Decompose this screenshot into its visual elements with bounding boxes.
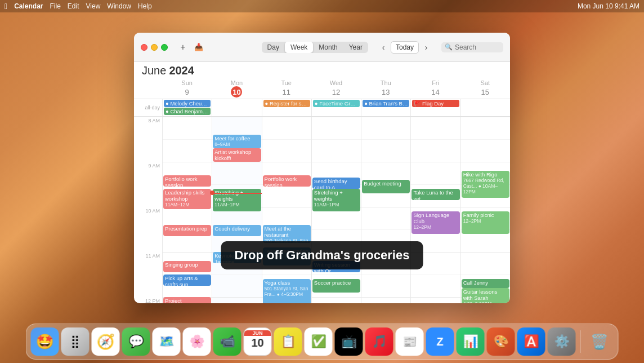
event-title: Meet for coffee (214, 135, 259, 141)
traffic-lights (141, 44, 168, 51)
time-label-column: 8 AM9 AM10 AM11 AM12 PM1 PM2 PM3 PM4 PM5… (134, 117, 162, 303)
calendar-event[interactable]: Call Jenny● (462, 279, 509, 288)
day-col-thu: Budget meeting (361, 117, 410, 303)
allday-event-melody[interactable]: ● Melody Cheung's Birt... (164, 100, 211, 107)
dock-music[interactable]: 🎵 (365, 327, 393, 356)
view-day-button[interactable]: Day (262, 42, 285, 53)
hour-line (163, 139, 212, 140)
allday-event-facetime[interactable]: ● FaceTime Grandma (313, 100, 360, 107)
hour-line (411, 117, 460, 117)
event-title: Couch delivery (214, 225, 259, 232)
dock-numbers[interactable]: 📊 (457, 327, 485, 356)
dock-news[interactable]: 📰 (396, 327, 424, 356)
month-name: June (142, 64, 166, 77)
allday-event-samba[interactable]: ● Register for samba class (263, 100, 310, 107)
calendar-event[interactable]: Singing group (163, 261, 211, 272)
dock-keynote[interactable]: 🎨 (487, 327, 515, 356)
search-icon: 🔍 (445, 43, 453, 51)
event-title: Stretching + weights (214, 189, 259, 202)
hour-line (212, 275, 261, 275)
calendar-event[interactable]: Guitar lessons with Sarah4:30–5:30PM (462, 288, 509, 303)
view-year-button[interactable]: Year (343, 42, 368, 53)
dock-tv[interactable]: 📺 (335, 327, 363, 356)
hour-line (262, 162, 311, 162)
calendar-event[interactable]: Portfolio work session (263, 175, 311, 187)
close-button[interactable] (141, 44, 147, 51)
hour-line (411, 162, 460, 162)
day-col-wed: Stretching + weights11AM–1PMSend birthda… (311, 117, 361, 303)
event-title: Portfolio work session (265, 176, 309, 187)
calendar-event[interactable]: Budget meeting (362, 180, 410, 193)
calendar-event[interactable]: Meet at the restaurant200 Jackson St, Sa… (263, 225, 311, 243)
dock-photos[interactable]: 🌸 (183, 327, 211, 356)
hour-line (411, 184, 460, 185)
calendar-event[interactable]: Meet for coffee8–9AM (213, 135, 261, 148)
allday-event-flagday[interactable]: 🚩 Flag Day (412, 100, 459, 107)
today-button[interactable]: Today (391, 41, 419, 54)
add-event-button[interactable]: + (177, 41, 189, 54)
time-label (134, 229, 162, 252)
event-title: Pick up arts & crafts sup... (165, 275, 209, 286)
calendar-event[interactable]: Family picnic12–2PM (462, 211, 509, 234)
dock-trash[interactable]: 🗑️ (585, 327, 614, 356)
calendar-event[interactable]: Hike with Rigo7667 Redwood Rd, Cast... ●… (462, 171, 509, 198)
hour-line (212, 184, 261, 185)
view-month-button[interactable]: Month (313, 42, 343, 53)
event-time: 7667 Redwood Rd, Cast... ● 10AM–12PM (463, 178, 508, 194)
calendar-event[interactable]: Artist workshop kickoff!● 9–10AM (213, 148, 261, 162)
inbox-button[interactable]: 📥 (193, 41, 205, 54)
dock-reminders[interactable]: ✅ (305, 327, 333, 356)
event-time: 4:30–5:30PM (463, 301, 508, 303)
hour-line (461, 252, 510, 253)
dock-safari[interactable]: 🧭 (92, 327, 120, 356)
dock-calendar[interactable]: JUN 10 (244, 327, 272, 356)
calendar-event[interactable]: Leadership skills workshop11AM–12M (163, 189, 211, 209)
menu-file[interactable]: File (50, 2, 60, 10)
next-button[interactable]: › (420, 41, 432, 54)
menu-view[interactable]: View (86, 2, 101, 10)
event-time: 11AM–1PM (314, 202, 359, 207)
menu-help[interactable]: Help (138, 2, 152, 10)
calendar-event[interactable]: Stretching + weights11AM–1PM (312, 189, 360, 211)
calendar-event[interactable]: Couch delivery (213, 225, 261, 236)
dock-appstore[interactable]: 🅰️ (517, 327, 545, 356)
calendar-event[interactable]: Take Luna to the vet● (412, 189, 459, 200)
calendar-event[interactable]: Send birthday card to A...● (312, 178, 360, 189)
calendar-event[interactable]: Soccer practice (312, 279, 360, 293)
hour-line (163, 162, 212, 162)
calendar-event[interactable]: Yoga class501 Stanyan St, San Fra... ● 4… (263, 279, 311, 303)
search-box: 🔍 (441, 42, 503, 52)
minimize-button[interactable] (151, 44, 158, 51)
event-time: 8–9AM (214, 141, 259, 147)
calendar-event[interactable]: Sign Language Club12–2PM (412, 211, 459, 234)
menu-edit[interactable]: Edit (68, 2, 79, 10)
search-input[interactable] (455, 43, 500, 51)
dock-notes[interactable]: 📋 (274, 327, 302, 356)
allday-event-chad[interactable]: ● Chad Benjamin Potter... (164, 108, 211, 115)
calendar-event[interactable]: Project presentations● 5–7PM (163, 297, 211, 303)
view-week-button[interactable]: Week (285, 42, 313, 53)
view-buttons: Day Week Month Year (262, 42, 368, 53)
calendar-event[interactable]: Presentation prep (163, 225, 211, 236)
dock-facetime[interactable]: 📹 (213, 327, 242, 356)
year-name: 2024 (169, 64, 194, 77)
hour-line (361, 297, 410, 298)
dock-zoom[interactable]: Z (426, 327, 454, 356)
day-header-mon: Mon 10 (212, 78, 261, 99)
hour-line (361, 162, 410, 162)
dock-systemprefs[interactable]: ⚙️ (548, 327, 576, 356)
hour-line (212, 117, 261, 117)
menu-window[interactable]: Window (107, 2, 131, 10)
event-title: Call Jenny (463, 280, 508, 286)
calendar-event[interactable]: Portfolio work session (163, 175, 211, 187)
dock-finder[interactable]: 🤩 (31, 327, 59, 356)
dock-maps[interactable]: 🗺️ (153, 327, 181, 356)
dock-messages[interactable]: 💬 (122, 327, 150, 356)
dock-launchpad[interactable]: ⣿ (61, 327, 90, 356)
allday-event-brian[interactable]: ● Brian Tran's Birthday (363, 100, 409, 107)
prev-button[interactable]: ‹ (377, 41, 390, 54)
maximize-button[interactable] (161, 44, 168, 51)
calendar-event[interactable]: Pick up arts & crafts sup...● (163, 275, 211, 286)
apple-menu[interactable]:  (5, 2, 7, 11)
allday-cell-sat (460, 99, 510, 116)
